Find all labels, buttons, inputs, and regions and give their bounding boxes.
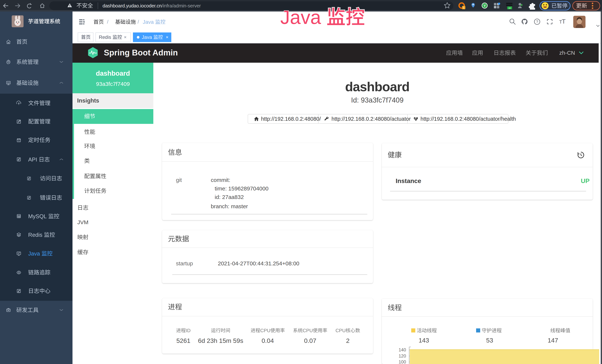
svg-text:V: V (484, 4, 486, 7)
svg-text:1: 1 (463, 6, 464, 9)
svg-text:T: T (562, 18, 566, 25)
svg-text:on: on (509, 7, 511, 9)
svg-text:?: ? (536, 20, 538, 24)
